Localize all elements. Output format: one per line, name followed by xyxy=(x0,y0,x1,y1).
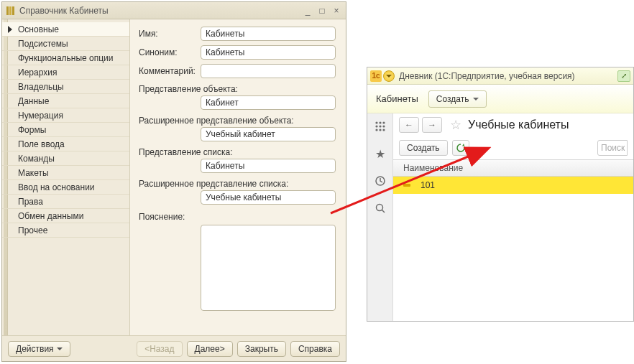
list-create-button[interactable]: Создать xyxy=(399,140,448,156)
refresh-button[interactable] xyxy=(452,140,469,156)
tab-input-field[interactable]: Поле ввода xyxy=(2,137,129,151)
tab-func-options[interactable]: Функциональные опции xyxy=(2,51,129,65)
chevron-down-icon xyxy=(473,98,479,101)
breadcrumb: Учебные кабинеты xyxy=(468,118,569,131)
svg-line-14 xyxy=(382,210,385,213)
tab-label: Команды xyxy=(18,154,55,164)
comment-input[interactable] xyxy=(201,64,336,78)
designer-title: Справочник Кабинеты xyxy=(19,6,300,16)
svg-point-11 xyxy=(382,129,385,131)
table-row[interactable]: 101 xyxy=(393,177,633,194)
svg-point-8 xyxy=(382,125,385,127)
search-input[interactable]: Поиск xyxy=(597,140,628,156)
next-button[interactable]: Далее> xyxy=(187,341,233,357)
tab-label: Функциональные опции xyxy=(18,53,114,63)
actions-label: Действия xyxy=(16,344,54,354)
designer-titlebar: Справочник Кабинеты _ □ × xyxy=(2,2,346,19)
comment-label: Комментарий: xyxy=(139,66,201,76)
search-placeholder: Поиск xyxy=(601,143,625,153)
toolbar-create-button[interactable]: Создать xyxy=(428,90,487,108)
dropdown-round-button[interactable] xyxy=(383,70,395,82)
cabinets-link[interactable]: Кабинеты xyxy=(376,93,418,104)
obj-repr-label: Представление объекта: xyxy=(139,84,336,94)
tab-main[interactable]: Основные xyxy=(2,22,129,37)
back-button: <Назад xyxy=(137,341,182,357)
col-name: Наименование xyxy=(403,163,463,173)
history-icon[interactable] xyxy=(373,174,387,188)
name-label: Имя: xyxy=(139,29,201,39)
list-repr-input[interactable] xyxy=(201,159,336,173)
tab-label: Формы xyxy=(18,125,46,135)
tab-commands[interactable]: Команды xyxy=(2,151,129,166)
grid-header[interactable]: Наименование xyxy=(393,159,633,177)
list-repr-ext-label: Расширенное представление списка: xyxy=(139,179,336,189)
maximize-button[interactable]: □ xyxy=(316,5,329,17)
tab-subsystems[interactable]: Подсистемы xyxy=(2,37,129,51)
tab-label: Данные xyxy=(18,96,49,106)
svg-point-4 xyxy=(379,121,381,123)
obj-repr-input[interactable] xyxy=(201,95,336,110)
nav-row: ← → ☆ Учебные кабинеты xyxy=(393,113,633,136)
svg-point-6 xyxy=(375,125,377,127)
svg-point-5 xyxy=(382,121,385,123)
expand-button[interactable]: ⤢ xyxy=(617,70,630,82)
name-input[interactable] xyxy=(201,27,336,41)
tab-label: Обмен данными xyxy=(18,211,83,221)
tab-forms[interactable]: Формы xyxy=(2,123,129,137)
svg-rect-0 xyxy=(6,6,9,15)
nav-back-button[interactable]: ← xyxy=(399,117,419,133)
tab-input-based[interactable]: Ввод на основании xyxy=(2,180,129,195)
actions-button[interactable]: Действия xyxy=(8,341,70,357)
tab-data[interactable]: Данные xyxy=(2,94,129,108)
svg-point-9 xyxy=(375,129,377,131)
nav-forward-button[interactable]: → xyxy=(422,117,442,133)
synonym-label: Синоним: xyxy=(139,47,201,57)
obj-repr-ext-input[interactable] xyxy=(201,127,336,141)
arrow-left-icon: ← xyxy=(405,120,413,130)
tab-label: Иерархия xyxy=(18,67,57,78)
apps-icon[interactable] xyxy=(373,119,387,134)
explain-label: Пояснение: xyxy=(139,212,336,222)
explain-textarea[interactable] xyxy=(201,225,336,311)
tab-label: Макеты xyxy=(18,168,49,178)
svg-point-7 xyxy=(379,125,381,127)
catalog-icon xyxy=(5,5,17,17)
tab-label: Нумерация xyxy=(18,111,63,121)
1c-logo-icon: 1c xyxy=(370,70,382,82)
tab-templates[interactable]: Макеты xyxy=(2,166,129,180)
refresh-icon xyxy=(456,143,466,153)
list-repr-ext-input[interactable] xyxy=(201,190,336,205)
svg-point-10 xyxy=(379,129,381,131)
minimize-button[interactable]: _ xyxy=(301,5,314,17)
sidebar: ★ xyxy=(367,113,393,321)
tab-other[interactable]: Прочее xyxy=(2,223,129,238)
obj-repr-ext-label: Расширенное представление объекта: xyxy=(139,116,336,126)
close-button[interactable]: × xyxy=(330,5,343,17)
runtime-titlebar: 1c Дневник (1С:Предприятие, учебная верс… xyxy=(367,67,633,85)
list-toolbar: Создать Поиск xyxy=(393,136,633,159)
create-label: Создать xyxy=(436,94,469,104)
list-repr-label: Представление списка: xyxy=(139,147,336,157)
runtime-window: 1c Дневник (1С:Предприятие, учебная верс… xyxy=(367,67,634,322)
form-column: Имя: Синоним: Комментарий: Представление… xyxy=(130,19,346,335)
footer: Действия <Назад Далее> Закрыть Справка xyxy=(2,335,346,361)
search-icon[interactable] xyxy=(373,201,387,215)
tabs-column: Основные Подсистемы Функциональные опции… xyxy=(2,19,130,335)
app-toolbar: Кабинеты Создать xyxy=(367,85,633,113)
tab-numeration[interactable]: Нумерация xyxy=(2,108,129,123)
tab-label: Основные xyxy=(18,24,59,34)
star-icon[interactable]: ★ xyxy=(373,146,387,161)
tab-label: Ввод на основании xyxy=(18,182,95,192)
tab-hierarchy[interactable]: Иерархия xyxy=(2,65,129,80)
help-button[interactable]: Справка xyxy=(290,341,340,357)
tab-label: Подсистемы xyxy=(18,39,68,49)
tab-exchange[interactable]: Обмен данными xyxy=(2,209,129,223)
cell-name: 101 xyxy=(421,180,435,190)
tab-rights[interactable]: Права xyxy=(2,195,129,209)
favorite-icon[interactable]: ☆ xyxy=(448,117,464,133)
arrow-right-icon: → xyxy=(428,120,436,130)
tab-owners[interactable]: Владельцы xyxy=(2,80,129,94)
close-dialog-button[interactable]: Закрыть xyxy=(237,341,286,357)
synonym-input[interactable] xyxy=(201,45,336,60)
svg-point-3 xyxy=(375,121,377,123)
